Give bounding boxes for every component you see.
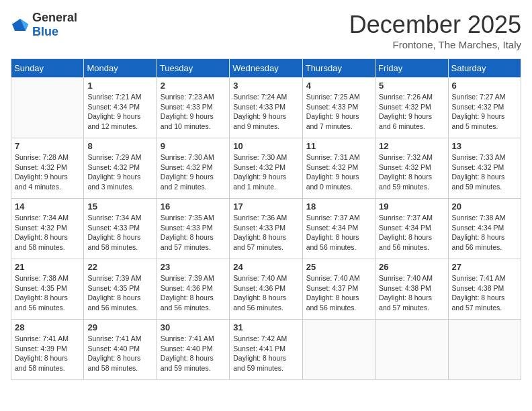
day-number: 12 <box>379 141 444 151</box>
day-number: 10 <box>233 141 298 151</box>
calendar-cell: 31Sunrise: 7:42 AMSunset: 4:41 PMDayligh… <box>230 320 302 380</box>
day-number: 22 <box>87 262 152 272</box>
logo: General Blue <box>11 11 77 39</box>
calendar-cell: 30Sunrise: 7:41 AMSunset: 4:40 PMDayligh… <box>157 320 229 380</box>
day-of-week-header: Monday <box>84 59 157 78</box>
day-number: 21 <box>15 262 80 272</box>
calendar-cell: 5Sunrise: 7:26 AMSunset: 4:32 PMDaylight… <box>375 78 448 138</box>
day-of-week-header: Thursday <box>302 59 375 78</box>
cell-info: Sunrise: 7:34 AMSunset: 4:33 PMDaylight:… <box>87 213 152 253</box>
calendar-cell: 14Sunrise: 7:34 AMSunset: 4:32 PMDayligh… <box>11 199 84 259</box>
cell-info: Sunrise: 7:31 AMSunset: 4:32 PMDaylight:… <box>306 152 371 192</box>
day-number: 14 <box>15 201 80 212</box>
calendar-cell: 15Sunrise: 7:34 AMSunset: 4:33 PMDayligh… <box>84 199 157 259</box>
day-number: 6 <box>452 81 517 91</box>
calendar-cell: 11Sunrise: 7:31 AMSunset: 4:32 PMDayligh… <box>302 138 375 199</box>
day-of-week-header: Friday <box>375 59 448 78</box>
day-number: 24 <box>233 262 298 272</box>
day-number: 17 <box>233 201 298 212</box>
day-of-week-header: Wednesday <box>230 59 302 78</box>
cell-info: Sunrise: 7:23 AMSunset: 4:33 PMDaylight:… <box>161 92 226 132</box>
cell-info: Sunrise: 7:40 AMSunset: 4:38 PMDaylight:… <box>379 273 444 313</box>
calendar-header-row: SundayMondayTuesdayWednesdayThursdayFrid… <box>11 59 521 78</box>
calendar-week-row: 21Sunrise: 7:38 AMSunset: 4:35 PMDayligh… <box>11 259 521 320</box>
calendar-cell: 29Sunrise: 7:41 AMSunset: 4:40 PMDayligh… <box>84 320 157 380</box>
day-number: 5 <box>379 81 444 91</box>
calendar-cell: 8Sunrise: 7:29 AMSunset: 4:32 PMDaylight… <box>84 138 157 199</box>
cell-info: Sunrise: 7:41 AMSunset: 4:40 PMDaylight:… <box>161 334 226 373</box>
day-number: 23 <box>161 262 226 272</box>
day-number: 27 <box>452 262 517 272</box>
calendar-cell: 17Sunrise: 7:36 AMSunset: 4:33 PMDayligh… <box>230 199 302 259</box>
day-number: 7 <box>15 141 80 151</box>
calendar-cell: 13Sunrise: 7:33 AMSunset: 4:32 PMDayligh… <box>448 138 521 199</box>
calendar-cell: 1Sunrise: 7:21 AMSunset: 4:34 PMDaylight… <box>84 78 157 138</box>
day-number: 19 <box>379 201 444 212</box>
day-number: 13 <box>452 141 517 151</box>
calendar-week-row: 28Sunrise: 7:41 AMSunset: 4:39 PMDayligh… <box>11 320 521 380</box>
calendar-cell: 9Sunrise: 7:30 AMSunset: 4:32 PMDaylight… <box>157 138 229 199</box>
logo-general: General <box>32 11 77 24</box>
cell-info: Sunrise: 7:30 AMSunset: 4:32 PMDaylight:… <box>161 152 226 192</box>
title-area: December 2025 Frontone, The Marches, Ita… <box>349 11 521 50</box>
day-of-week-header: Saturday <box>448 59 521 78</box>
calendar-cell: 6Sunrise: 7:27 AMSunset: 4:32 PMDaylight… <box>448 78 521 138</box>
calendar-week-row: 14Sunrise: 7:34 AMSunset: 4:32 PMDayligh… <box>11 199 521 259</box>
day-number: 8 <box>87 141 152 151</box>
day-number: 20 <box>452 201 517 212</box>
cell-info: Sunrise: 7:24 AMSunset: 4:33 PMDaylight:… <box>233 92 298 132</box>
cell-info: Sunrise: 7:26 AMSunset: 4:32 PMDaylight:… <box>379 92 444 132</box>
calendar-cell: 20Sunrise: 7:38 AMSunset: 4:34 PMDayligh… <box>448 199 521 259</box>
cell-info: Sunrise: 7:28 AMSunset: 4:32 PMDaylight:… <box>15 152 80 192</box>
calendar-week-row: 7Sunrise: 7:28 AMSunset: 4:32 PMDaylight… <box>11 138 521 199</box>
calendar-cell: 7Sunrise: 7:28 AMSunset: 4:32 PMDaylight… <box>11 138 84 199</box>
day-number: 31 <box>233 322 298 332</box>
cell-info: Sunrise: 7:41 AMSunset: 4:38 PMDaylight:… <box>452 273 517 313</box>
calendar-cell: 23Sunrise: 7:39 AMSunset: 4:36 PMDayligh… <box>157 259 229 320</box>
cell-info: Sunrise: 7:33 AMSunset: 4:32 PMDaylight:… <box>452 152 517 192</box>
day-of-week-header: Tuesday <box>157 59 229 78</box>
cell-info: Sunrise: 7:39 AMSunset: 4:35 PMDaylight:… <box>87 273 152 313</box>
page-header: General Blue December 2025 Frontone, The… <box>11 11 521 50</box>
cell-info: Sunrise: 7:41 AMSunset: 4:39 PMDaylight:… <box>15 334 80 373</box>
cell-info: Sunrise: 7:41 AMSunset: 4:40 PMDaylight:… <box>87 334 152 373</box>
calendar-cell: 10Sunrise: 7:30 AMSunset: 4:32 PMDayligh… <box>230 138 302 199</box>
calendar-cell: 4Sunrise: 7:25 AMSunset: 4:33 PMDaylight… <box>302 78 375 138</box>
cell-info: Sunrise: 7:40 AMSunset: 4:37 PMDaylight:… <box>306 273 371 313</box>
calendar-cell: 3Sunrise: 7:24 AMSunset: 4:33 PMDaylight… <box>230 78 302 138</box>
calendar-cell <box>11 78 84 138</box>
location-subtitle: Frontone, The Marches, Italy <box>349 39 521 50</box>
calendar-cell: 24Sunrise: 7:40 AMSunset: 4:36 PMDayligh… <box>230 259 302 320</box>
day-number: 15 <box>87 201 152 212</box>
cell-info: Sunrise: 7:30 AMSunset: 4:32 PMDaylight:… <box>233 152 298 192</box>
calendar-cell: 21Sunrise: 7:38 AMSunset: 4:35 PMDayligh… <box>11 259 84 320</box>
day-number: 26 <box>379 262 444 272</box>
cell-info: Sunrise: 7:34 AMSunset: 4:32 PMDaylight:… <box>15 213 80 253</box>
day-number: 3 <box>233 81 298 91</box>
day-number: 2 <box>161 81 226 91</box>
logo-icon <box>11 17 30 32</box>
logo-blue: Blue <box>32 25 58 38</box>
day-number: 29 <box>87 322 152 332</box>
day-of-week-header: Sunday <box>11 59 84 78</box>
day-number: 9 <box>161 141 226 151</box>
calendar-cell: 19Sunrise: 7:37 AMSunset: 4:34 PMDayligh… <box>375 199 448 259</box>
month-title: December 2025 <box>349 11 521 39</box>
cell-info: Sunrise: 7:21 AMSunset: 4:34 PMDaylight:… <box>87 92 152 132</box>
calendar-cell: 2Sunrise: 7:23 AMSunset: 4:33 PMDaylight… <box>157 78 229 138</box>
calendar-cell <box>302 320 375 380</box>
calendar-cell <box>375 320 448 380</box>
cell-info: Sunrise: 7:42 AMSunset: 4:41 PMDaylight:… <box>233 334 298 373</box>
cell-info: Sunrise: 7:36 AMSunset: 4:33 PMDaylight:… <box>233 213 298 253</box>
cell-info: Sunrise: 7:37 AMSunset: 4:34 PMDaylight:… <box>306 213 371 253</box>
cell-info: Sunrise: 7:35 AMSunset: 4:33 PMDaylight:… <box>161 213 226 253</box>
day-number: 25 <box>306 262 371 272</box>
calendar-cell: 22Sunrise: 7:39 AMSunset: 4:35 PMDayligh… <box>84 259 157 320</box>
calendar-cell: 12Sunrise: 7:32 AMSunset: 4:32 PMDayligh… <box>375 138 448 199</box>
calendar-cell: 16Sunrise: 7:35 AMSunset: 4:33 PMDayligh… <box>157 199 229 259</box>
day-number: 28 <box>15 322 80 332</box>
calendar-cell <box>448 320 521 380</box>
day-number: 11 <box>306 141 371 151</box>
cell-info: Sunrise: 7:32 AMSunset: 4:32 PMDaylight:… <box>379 152 444 192</box>
calendar-cell: 18Sunrise: 7:37 AMSunset: 4:34 PMDayligh… <box>302 199 375 259</box>
